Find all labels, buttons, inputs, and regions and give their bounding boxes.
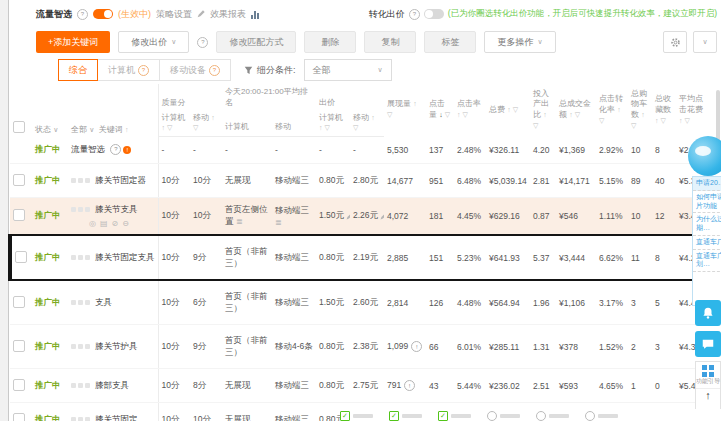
keyword-label[interactable]: 膝关节固定器 bbox=[95, 175, 146, 185]
edit-pencil-icon[interactable] bbox=[197, 10, 205, 18]
bid-pc-cell[interactable]: 1.50元 bbox=[316, 197, 350, 235]
info-icon[interactable]: ? bbox=[110, 144, 121, 155]
legend-item[interactable] bbox=[585, 411, 618, 421]
table-row[interactable]: 推广中膝关节支具◎▤⊘⊖10分10分首页左侧位置 ≣移动端三 ≣1.50元2.2… bbox=[10, 197, 711, 235]
assistant-mascot[interactable] bbox=[688, 136, 721, 176]
bid-mobile-cell[interactable]: 2.80元 bbox=[350, 163, 384, 197]
keyword-label[interactable]: 膝关节固定 bbox=[95, 414, 138, 421]
keyword-cell[interactable]: 膝关节固定 bbox=[68, 402, 158, 421]
low-impression-icon[interactable]: ! bbox=[404, 380, 415, 391]
delete-button[interactable]: 删除 bbox=[304, 31, 356, 53]
faq-link[interactable]: 如何申请图片功能 bbox=[693, 191, 721, 214]
impressions-header[interactable]: 展现量 ↑ ▽ bbox=[384, 84, 426, 137]
add-keyword-button[interactable]: +添加关键词 bbox=[36, 31, 110, 53]
rank-pc-header[interactable]: 计算机 bbox=[222, 110, 272, 137]
bid-pc-cell[interactable]: 1.50元 bbox=[316, 280, 350, 325]
keyword-label[interactable]: 膝部支具 bbox=[95, 380, 129, 390]
keyword-label[interactable]: 膝关节固定支具 bbox=[95, 252, 155, 262]
notification-bell-button[interactable] bbox=[695, 300, 721, 326]
conversion-bid-toggle-off[interactable] bbox=[424, 9, 444, 19]
guide-grid-icon[interactable] bbox=[702, 365, 714, 377]
keyword-cell[interactable]: 膝关节固定器 bbox=[68, 163, 158, 197]
row-checkbox[interactable] bbox=[13, 340, 25, 352]
keyword-cell[interactable]: 膝关节支具◎▤⊘⊖ bbox=[68, 197, 158, 235]
guide-label[interactable]: 功能引导 bbox=[696, 378, 720, 385]
help-icon[interactable]: ? bbox=[409, 9, 420, 20]
back-to-top-button[interactable]: ↑ bbox=[696, 388, 720, 401]
quality-mobile-header[interactable]: 移动 ↑ ▽ bbox=[190, 110, 222, 137]
faq-link[interactable]: 为什么过日期… bbox=[693, 213, 721, 236]
table-row[interactable]: 推广中膝关节固定支具10分9分首页（非前三）移动端三0.80元2.19元2,88… bbox=[10, 235, 711, 280]
carts-header[interactable]: 总购物车数 ↑ ▽ bbox=[628, 84, 652, 137]
keyword-cell[interactable]: 膝关节护具 bbox=[68, 324, 158, 368]
smart-traffic-toggle-on[interactable] bbox=[93, 9, 113, 19]
cvr-header[interactable]: 点击转化率 ↑ ▽ bbox=[596, 84, 628, 137]
keyword-label[interactable]: 膝关节支具 bbox=[95, 204, 138, 214]
row-select-cell[interactable] bbox=[10, 324, 32, 368]
quality-pc-header[interactable]: 计算机 ↑ ▽ bbox=[158, 110, 190, 137]
status-header[interactable]: 状态 ∨ bbox=[32, 84, 68, 137]
bid-mobile-cell[interactable]: 2.60元 bbox=[350, 280, 384, 325]
effect-report-link[interactable]: 效果报表 bbox=[210, 8, 246, 21]
tab-pc[interactable]: 计算机? bbox=[97, 59, 160, 81]
bid-mobile-cell[interactable]: 2.26元 bbox=[350, 197, 384, 235]
row-select-cell[interactable] bbox=[10, 137, 32, 164]
row-checkbox[interactable] bbox=[13, 379, 25, 391]
bid-mobile-cell[interactable]: 2.19元 bbox=[350, 235, 384, 280]
row-select-cell[interactable] bbox=[10, 235, 32, 280]
legend-item[interactable] bbox=[487, 411, 520, 421]
legend-item[interactable]: ✓ bbox=[438, 411, 471, 421]
select-all-header[interactable] bbox=[10, 84, 32, 137]
filter-select[interactable]: 全部∨ bbox=[304, 59, 392, 81]
row-checkbox[interactable] bbox=[13, 174, 25, 186]
bid-mobile-cell[interactable]: 2.38元 bbox=[350, 324, 384, 368]
faq-link[interactable]: 直通车广计划… bbox=[693, 250, 721, 273]
rank-mobile-header[interactable]: 移动 bbox=[272, 110, 316, 137]
tag-button[interactable]: 标签 bbox=[424, 31, 476, 53]
legend-item[interactable]: ✓ bbox=[389, 411, 422, 421]
bid-pc-cell[interactable]: 0.80元 bbox=[316, 324, 350, 368]
collapse-button[interactable]: ∨ bbox=[693, 31, 717, 53]
bid-mobile-header[interactable]: 移动 ↑ ▽ bbox=[350, 110, 384, 137]
bid-mobile-cell[interactable]: - bbox=[350, 137, 384, 164]
table-row[interactable]: 推广中膝部支具10分8分无展现移动端三0.80元2.75元791!435.44%… bbox=[10, 368, 711, 402]
table-row[interactable]: 推广中支具10分6分首页（非前三）移动端三1.50元2.60元2,8141264… bbox=[10, 280, 711, 325]
modify-bid-dropdown[interactable]: 修改出价∨ bbox=[118, 31, 189, 53]
bid-pc-cell[interactable]: - bbox=[316, 137, 350, 164]
gmv-header[interactable]: 总成交金额 ↑ ▽ bbox=[556, 84, 596, 137]
help-icon[interactable]: ? bbox=[77, 9, 88, 20]
row-checkbox[interactable] bbox=[15, 251, 27, 263]
cpc-header[interactable]: 平均点击花费 ↑ ▽ bbox=[676, 84, 711, 137]
modify-match-button[interactable]: 修改匹配方式 bbox=[216, 31, 296, 53]
row-select-cell[interactable] bbox=[10, 197, 32, 235]
table-row[interactable]: 推广中膝关节护具10分9分首页（非前三）移动4-6条0.80元2.38元1,09… bbox=[10, 324, 711, 368]
bar-chart-icon[interactable] bbox=[251, 10, 259, 19]
tab-mobile[interactable]: 移动设备? bbox=[159, 59, 231, 81]
row-select-cell[interactable] bbox=[10, 280, 32, 325]
roi-header[interactable]: 投入产出比 ↑ ▽ bbox=[530, 84, 556, 137]
list-icon[interactable]: ≣ bbox=[275, 218, 282, 227]
table-row[interactable]: 推广中流量智选 ?!------5,5301372.48%¥326.114.20… bbox=[10, 137, 711, 164]
column-settings-button[interactable] bbox=[663, 31, 687, 53]
faq-link[interactable]: 直通车厂… bbox=[693, 236, 721, 250]
bid-pc-cell[interactable]: 0.80元 bbox=[316, 163, 350, 197]
keyword-cell[interactable]: 膝关节固定支具 bbox=[68, 235, 158, 280]
edit-bid-icon[interactable] bbox=[346, 212, 350, 219]
more-actions-dropdown[interactable]: 更多操作∨ bbox=[484, 31, 555, 53]
tab-overall[interactable]: 综合 bbox=[58, 59, 98, 81]
cost-header[interactable]: 总费 ↑ ▽ bbox=[486, 84, 530, 137]
table-row[interactable]: 推广中膝关节固定器10分10分无展现移动端三0.80元2.80元14,67795… bbox=[10, 163, 711, 197]
keyword-cell[interactable]: 膝部支具 bbox=[68, 368, 158, 402]
keyword-label[interactable]: 支具 bbox=[95, 297, 112, 307]
row-select-cell[interactable] bbox=[10, 368, 32, 402]
row-checkbox[interactable] bbox=[13, 209, 25, 221]
keyword-label[interactable]: 流量智选 bbox=[71, 144, 105, 154]
bid-pc-cell[interactable]: 0.80元 bbox=[316, 235, 350, 280]
keyword-action-icons[interactable]: ◎▤⊘⊖ bbox=[89, 219, 155, 228]
bid-mobile-cell[interactable]: 2.75元 bbox=[350, 368, 384, 402]
keyword-header[interactable]: 全部 ∨ 关键词 ↑ bbox=[68, 84, 158, 137]
bid-pc-cell[interactable]: 0.80元 bbox=[316, 368, 350, 402]
select-all-checkbox[interactable] bbox=[13, 121, 25, 133]
row-select-cell[interactable] bbox=[10, 163, 32, 197]
ctr-header[interactable]: 点击率 ↑ ▽ bbox=[454, 84, 486, 137]
